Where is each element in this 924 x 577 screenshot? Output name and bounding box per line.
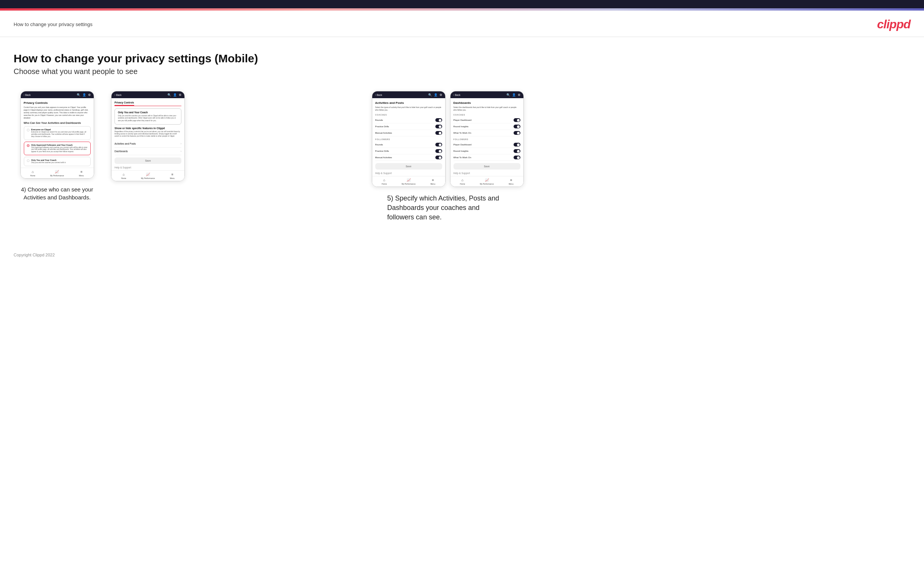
help-support-3: Help & Support (375, 169, 442, 176)
followers-player-dash-toggle[interactable] (514, 143, 520, 147)
phone-bottom-bar-4: ⌂ Home 📈 My Performance ≡ Menu (451, 176, 523, 187)
phone-nav-bar-4: ‹Back 🔍👤⚙ (451, 91, 523, 98)
phone-mockup-2: ‹Back 🔍👤⚙ Privacy Controls Only You and … (111, 91, 185, 181)
followers-manual-row: Manual Activities (375, 155, 442, 161)
activities-posts-desc: Select the types of activity that you'd … (375, 106, 442, 111)
back-button-1[interactable]: ‹Back (24, 93, 31, 96)
top-bar (0, 0, 924, 11)
radio-everyone[interactable] (27, 129, 29, 131)
coaches-rounds-row: Rounds (375, 117, 442, 124)
option-only-you-coach[interactable]: Only You and Your Coach Only you and the… (24, 157, 91, 166)
back-button-2[interactable]: ‹Back (115, 93, 122, 96)
tab-performance-1[interactable]: 📈 My Performance (45, 170, 69, 177)
help-support-4: Help & Support (454, 169, 520, 176)
phone-mockup-1: ‹Back 🔍👤⚙ Privacy Controls Control how y… (20, 91, 94, 179)
back-button-4[interactable]: ‹Back (454, 93, 461, 96)
breadcrumb: How to change your privacy settings (14, 21, 92, 27)
followers-rounds-row: Rounds (375, 142, 442, 148)
tab-menu-3[interactable]: ≡ Menu (421, 178, 445, 185)
coaches-rounds-toggle[interactable] (435, 118, 442, 122)
footer: Copyright Clippd 2022 (0, 245, 924, 265)
coaches-manual-toggle[interactable] (435, 131, 442, 135)
tab-home-4[interactable]: ⌂ Home (451, 178, 475, 185)
privacy-tab-bar: Privacy Controls (115, 101, 181, 106)
activities-posts-title: Activities and Posts (375, 101, 442, 105)
tab-menu-1[interactable]: ≡ Menu (69, 170, 93, 177)
activities-posts-item[interactable]: Activities and Posts › (115, 140, 181, 148)
radio-only-you[interactable] (27, 160, 29, 162)
screenshot-group-3: ‹Back 🔍👤⚙ Activities and Posts Select th… (372, 91, 524, 222)
phone-nav-bar-2: ‹Back 🔍👤⚙ (111, 91, 184, 98)
followers-round-insights-row: Round Insights (454, 148, 520, 155)
who-can-see-label: Who Can See Your Activities and Dashboar… (24, 122, 91, 124)
save-button-2[interactable]: Save (115, 158, 181, 164)
popup-title: Only You and Your Coach (118, 111, 178, 114)
tab-home-1[interactable]: ⌂ Home (21, 170, 45, 177)
privacy-controls-title: Privacy Controls (24, 101, 91, 105)
privacy-controls-body: Control how you and your data appears to… (24, 106, 91, 119)
nav-icons-2: 🔍👤⚙ (167, 93, 181, 97)
followers-manual-toggle[interactable] (435, 156, 442, 160)
phone-mockup-4: ‹Back 🔍👤⚙ Dashboards Select the dashboar… (450, 91, 524, 187)
option-everyone[interactable]: Everyone on Clippd Everyone on Clippd ca… (24, 126, 91, 140)
coaches-player-dash-row: Player Dashboard (454, 117, 520, 124)
option-only-you-text: Only You and Your Coach Only you and the… (31, 159, 66, 164)
tab-menu-2[interactable]: ≡ Menu (160, 172, 184, 179)
phone-mockup-3: ‹Back 🔍👤⚙ Activities and Posts Select th… (372, 91, 446, 187)
back-button-3[interactable]: ‹Back (375, 93, 383, 96)
save-button-4[interactable]: Save (454, 163, 520, 169)
phone-bottom-bar-1: ⌂ Home 📈 My Performance ≡ Menu (21, 168, 94, 178)
page-subtitle: Choose what you want people to see (14, 67, 910, 76)
gradient-bar (0, 8, 924, 11)
dashboards-item[interactable]: Dashboards › (115, 148, 181, 155)
followers-practice-row: Practice Drills (375, 148, 442, 155)
popup-card: Only You and Your Coach Only you and the… (115, 108, 181, 125)
coaches-round-insights-toggle[interactable] (514, 125, 520, 128)
chevron-activities: › (181, 142, 181, 145)
popup-text: Only you and the coaches you connect wit… (118, 115, 178, 122)
tab-performance-4[interactable]: 📈 My Performance (475, 178, 499, 185)
coaches-player-dash-toggle[interactable] (514, 118, 520, 122)
tab-home-3[interactable]: ⌂ Home (372, 178, 396, 185)
followers-what-work-toggle[interactable] (514, 156, 520, 160)
followers-label-3: FOLLOWERS (375, 138, 442, 140)
coaches-what-work-row: What To Work On (454, 130, 520, 136)
coaches-practice-row: Practice Drills (375, 124, 442, 130)
followers-rounds-toggle[interactable] (435, 143, 442, 147)
phone-content-4: Dashboards Select the dashboards that yo… (451, 98, 523, 176)
logo: clippd (877, 18, 910, 31)
option-followers-coach[interactable]: Only Approved Followers and Your Coach O… (24, 142, 91, 156)
followers-practice-toggle[interactable] (435, 149, 442, 153)
caption-right: 5) Specify which Activities, Posts and D… (388, 194, 508, 222)
copyright: Copyright Clippd 2022 (14, 253, 55, 257)
phone-content-2: Privacy Controls Only You and Your Coach… (111, 98, 184, 170)
phone-bottom-bar-3: ⌂ Home 📈 My Performance ≡ Menu (372, 176, 445, 187)
phone-content-3: Activities and Posts Select the types of… (372, 98, 445, 176)
coaches-round-insights-row: Round Insights (454, 124, 520, 130)
coaches-practice-toggle[interactable] (435, 125, 442, 128)
radio-followers-coach[interactable] (27, 144, 29, 147)
chevron-dashboards: › (181, 150, 181, 153)
screenshots-row: ‹Back 🔍👤⚙ Privacy Controls Control how y… (14, 91, 910, 222)
tab-performance-2[interactable]: 📈 My Performance (136, 172, 160, 179)
save-button-3[interactable]: Save (375, 163, 442, 169)
option-everyone-text: Everyone on Clippd Everyone on Clippd ca… (31, 128, 88, 138)
privacy-tab-label[interactable]: Privacy Controls (115, 101, 134, 106)
phone-content-1: Privacy Controls Control how you and you… (21, 98, 94, 166)
dashboards-title: Dashboards (454, 101, 520, 105)
followers-what-work-row: What To Work On (454, 155, 520, 161)
header: How to change your privacy settings clip… (0, 11, 924, 37)
phone-nav-bar-3: ‹Back 🔍👤⚙ (372, 91, 445, 98)
followers-label-4: FOLLOWERS (454, 138, 520, 140)
tab-home-2[interactable]: ⌂ Home (111, 172, 136, 179)
followers-round-insights-toggle[interactable] (514, 149, 520, 153)
caption-left: 4) Choose who can see your Activities an… (14, 185, 100, 201)
phone-nav-bar-1: ‹Back 🔍👤⚙ (21, 91, 94, 98)
tab-menu-4[interactable]: ≡ Menu (499, 178, 523, 185)
tab-performance-3[interactable]: 📈 My Performance (396, 178, 421, 185)
show-hide-title: Show or hide specific features in Clippd (115, 127, 181, 129)
main-content: How to change your privacy settings (Mob… (0, 37, 924, 245)
coaches-manual-row: Manual Activities (375, 130, 442, 136)
dashboards-desc: Select the dashboards that you'd like to… (454, 106, 520, 111)
coaches-what-work-toggle[interactable] (514, 131, 520, 135)
